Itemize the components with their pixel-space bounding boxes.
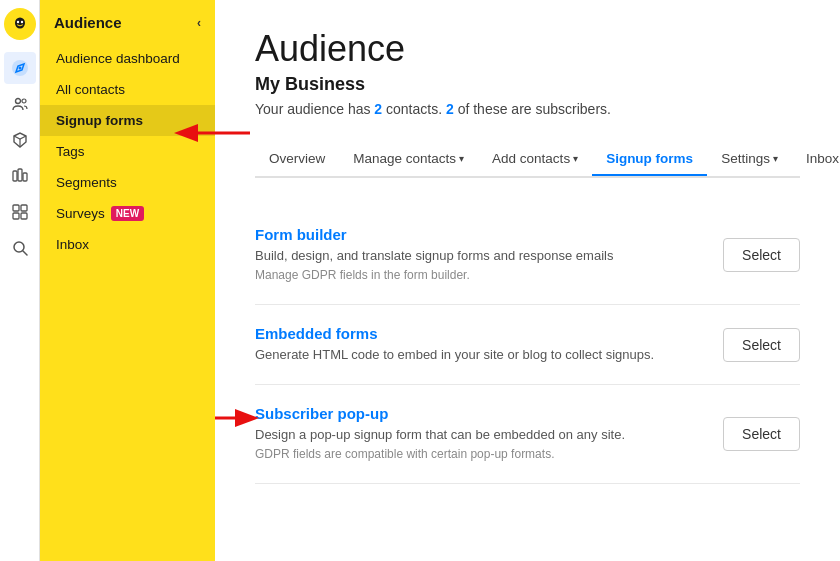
- svg-rect-11: [23, 173, 27, 181]
- form-item-info: Subscriber pop-up Design a pop-up signup…: [255, 405, 703, 463]
- main-content-area: Audience My Business Your audience has 2…: [215, 0, 840, 561]
- audience-desc-suffix: of these are subscribers.: [454, 101, 611, 117]
- form-item-form-builder: Form builder Build, design, and translat…: [255, 206, 800, 305]
- form-builder-select-button[interactable]: Select: [723, 238, 800, 272]
- svg-rect-9: [13, 171, 17, 181]
- form-item-subdesc: GDPR fields are compatible with certain …: [255, 446, 703, 463]
- svg-point-7: [22, 99, 26, 103]
- main-wrapper: Audience ‹ Audience dashboard All contac…: [40, 0, 840, 561]
- sidebar: Audience ‹ Audience dashboard All contac…: [40, 0, 215, 561]
- subscriber-popup-select-button[interactable]: Select: [723, 417, 800, 451]
- audience-desc-middle: contacts.: [382, 101, 446, 117]
- form-item-embedded-forms: Embedded forms Generate HTML code to emb…: [255, 305, 800, 385]
- main-content: Audience My Business Your audience has 2…: [215, 0, 840, 561]
- nav-icon-contacts[interactable]: [4, 88, 36, 120]
- svg-point-5: [18, 67, 21, 70]
- sidebar-item-surveys[interactable]: Surveys New: [40, 198, 215, 229]
- sidebar-item-signup-forms[interactable]: Signup forms: [40, 105, 215, 136]
- tab-manage-contacts-label: Manage contacts: [353, 151, 456, 166]
- tab-settings-label: Settings: [721, 151, 770, 166]
- sidebar-item-segments[interactable]: Segments: [40, 167, 215, 198]
- audience-description: Your audience has 2 contacts. 2 of these…: [255, 101, 800, 117]
- svg-point-2: [16, 21, 18, 23]
- tab-manage-contacts[interactable]: Manage contacts ▾: [339, 143, 478, 176]
- sidebar-item-label: All contacts: [56, 82, 125, 97]
- tab-inbox[interactable]: Inbox: [792, 143, 840, 176]
- tabs: Overview Manage contacts ▾ Add contacts …: [255, 141, 800, 178]
- form-item-info: Form builder Build, design, and translat…: [255, 226, 703, 284]
- nav-icon-audience[interactable]: [4, 160, 36, 192]
- sidebar-item-label: Inbox: [56, 237, 89, 252]
- sidebar-item-label: Surveys: [56, 206, 105, 221]
- tab-signup-forms-label: Signup forms: [606, 151, 693, 166]
- svg-point-6: [15, 99, 20, 104]
- sidebar-nav: Audience dashboard All contacts Signup f…: [40, 39, 215, 264]
- svg-rect-14: [13, 213, 19, 219]
- svg-rect-10: [18, 169, 22, 181]
- svg-rect-12: [13, 205, 19, 211]
- tab-add-contacts-label: Add contacts: [492, 151, 570, 166]
- subscribers-count: 2: [446, 101, 454, 117]
- sidebar-item-label: Audience dashboard: [56, 51, 180, 66]
- audience-name: My Business: [255, 74, 800, 95]
- tab-overview[interactable]: Overview: [255, 143, 339, 176]
- sidebar-collapse-icon[interactable]: ‹: [197, 16, 201, 30]
- embedded-forms-select-button[interactable]: Select: [723, 328, 800, 362]
- form-item-subscriber-popup: Subscriber pop-up Design a pop-up signup…: [255, 385, 800, 484]
- sidebar-item-inbox[interactable]: Inbox: [40, 229, 215, 260]
- sidebar-item-label: Tags: [56, 144, 85, 159]
- tab-signup-forms[interactable]: Signup forms: [592, 143, 707, 176]
- settings-dropdown-icon: ▾: [773, 153, 778, 164]
- sidebar-title: Audience: [54, 14, 122, 31]
- nav-icon-automations[interactable]: [4, 196, 36, 228]
- tab-inbox-label: Inbox: [806, 151, 839, 166]
- form-item-info: Embedded forms Generate HTML code to emb…: [255, 325, 703, 364]
- svg-point-3: [20, 21, 22, 23]
- logo[interactable]: [4, 8, 36, 40]
- add-contacts-dropdown-icon: ▾: [573, 153, 578, 164]
- svg-line-17: [23, 251, 27, 255]
- nav-icon-edit[interactable]: [4, 52, 36, 84]
- form-item-desc: Generate HTML code to embed in your site…: [255, 346, 703, 364]
- nav-icon-campaigns[interactable]: [4, 124, 36, 156]
- form-item-title: Embedded forms: [255, 325, 703, 342]
- sidebar-item-all-contacts[interactable]: All contacts: [40, 74, 215, 105]
- page-title: Audience: [255, 28, 800, 70]
- form-item-title: Form builder: [255, 226, 703, 243]
- form-item-desc: Build, design, and translate signup form…: [255, 247, 703, 284]
- contacts-count: 2: [374, 101, 382, 117]
- tab-settings[interactable]: Settings ▾: [707, 143, 792, 176]
- form-item-subdesc: Manage GDPR fields in the form builder.: [255, 267, 703, 284]
- form-item-title: Subscriber pop-up: [255, 405, 703, 422]
- sidebar-item-label: Segments: [56, 175, 117, 190]
- sidebar-item-tags[interactable]: Tags: [40, 136, 215, 167]
- manage-contacts-dropdown-icon: ▾: [459, 153, 464, 164]
- form-item-desc: Design a pop-up signup form that can be …: [255, 426, 703, 463]
- audience-desc-prefix: Your audience has: [255, 101, 374, 117]
- sidebar-header: Audience ‹: [40, 0, 215, 39]
- tab-add-contacts[interactable]: Add contacts ▾: [478, 143, 592, 176]
- tab-overview-label: Overview: [269, 151, 325, 166]
- nav-icon-search[interactable]: [4, 232, 36, 264]
- svg-point-1: [15, 18, 25, 29]
- icon-rail: [0, 0, 40, 561]
- surveys-new-badge: New: [111, 206, 144, 221]
- svg-rect-15: [21, 213, 27, 219]
- sidebar-item-label: Signup forms: [56, 113, 143, 128]
- svg-rect-13: [21, 205, 27, 211]
- form-items-list: Form builder Build, design, and translat…: [255, 206, 800, 484]
- sidebar-item-audience-dashboard[interactable]: Audience dashboard: [40, 43, 215, 74]
